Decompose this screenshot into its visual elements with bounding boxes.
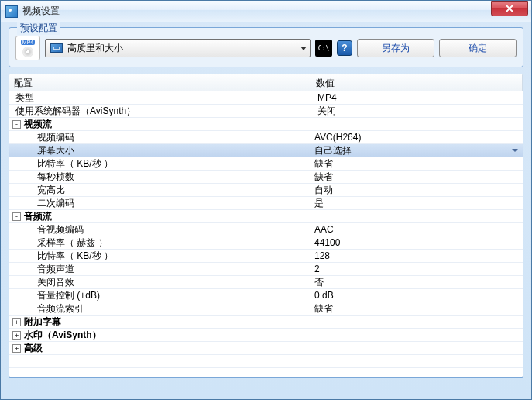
property-label: 宽高比	[37, 184, 65, 197]
expand-icon[interactable]: +	[12, 331, 21, 340]
table-row[interactable]: 视频编码AVC(H264)	[9, 131, 523, 144]
cmd-button[interactable]: C:\	[315, 40, 332, 57]
property-label: 音频声道	[37, 263, 74, 276]
property-value[interactable]: AAC	[311, 224, 523, 235]
table-row[interactable]: +高级	[9, 342, 523, 355]
chevron-down-icon	[300, 47, 307, 50]
table-row[interactable]: 音视频编码AAC	[9, 223, 523, 236]
save-as-button[interactable]: 另存为	[357, 39, 434, 57]
preset-legend: 预设配置	[17, 22, 60, 35]
close-icon	[506, 5, 513, 12]
help-button[interactable]: ?	[337, 40, 352, 56]
property-label: 类型	[15, 91, 34, 105]
grid-body: 类型MP4使用系统解码器（AviSynth）关闭-视频流视频编码AVC(H264…	[9, 91, 523, 368]
property-label: 音量控制 (+dB)	[37, 289, 100, 302]
property-label: 比特率（ KB/秒 ）	[37, 157, 113, 171]
table-row[interactable]: 使用系统解码器（AviSynth）关闭	[9, 105, 523, 118]
close-button[interactable]	[491, 1, 528, 16]
property-label: 二次编码	[37, 197, 74, 210]
grid-header: 配置 数值	[9, 74, 523, 91]
ok-button[interactable]: 确定	[439, 39, 517, 57]
property-label: 关闭音效	[37, 276, 74, 289]
property-label: 采样率（ 赫兹 ）	[37, 236, 108, 250]
window-title: 视频设置	[22, 5, 60, 18]
table-row[interactable]: +附加字幕	[9, 316, 523, 329]
property-grid: 配置 数值 类型MP4使用系统解码器（AviSynth）关闭-视频流视频编码AV…	[9, 74, 523, 378]
table-row[interactable]: -视频流	[9, 118, 523, 131]
titlebar: 视频设置	[1, 1, 531, 22]
property-value[interactable]: 2	[311, 264, 523, 274]
expand-icon[interactable]: +	[12, 318, 21, 326]
preset-fieldset: 预设配置 MP4 高质里和大小 C:\ ? 另存为 确定	[9, 27, 523, 67]
property-value[interactable]: 自己选择	[311, 144, 523, 157]
table-row[interactable]: 关闭音效否	[9, 276, 523, 289]
table-row[interactable]: 采样率（ 赫兹 ）44100	[9, 236, 523, 250]
property-value[interactable]: 缺省	[311, 171, 523, 184]
table-row[interactable]: 比特率（ KB/秒 ）缺省	[9, 157, 523, 171]
table-row[interactable]: 屏幕大小自己选择	[9, 144, 523, 157]
table-row[interactable]: 音量控制 (+dB)0 dB	[9, 289, 523, 302]
property-value[interactable]: 0 dB	[311, 290, 523, 301]
table-row[interactable]: 音频声道2	[9, 263, 523, 276]
chevron-down-icon[interactable]	[512, 149, 518, 152]
group-label: 高级	[24, 342, 43, 355]
expand-icon[interactable]: +	[12, 344, 21, 353]
header-config[interactable]: 配置	[9, 74, 311, 91]
table-row[interactable]: 宽高比自动	[9, 184, 523, 197]
table-row[interactable]: -音频流	[9, 210, 523, 223]
mp4-tag: MP4	[21, 40, 35, 45]
video-icon	[50, 43, 63, 53]
property-value[interactable]: 否	[311, 276, 523, 289]
table-row[interactable]: 音频流索引缺省	[9, 302, 523, 316]
property-value[interactable]: 44100	[311, 237, 523, 248]
property-value[interactable]: 缺省	[311, 302, 523, 316]
table-row[interactable]: 比特率（ KB/秒 ）128	[9, 250, 523, 263]
table-row[interactable]: +水印（AviSynth）	[9, 329, 523, 342]
table-row[interactable]: 二次编码是	[9, 197, 523, 210]
window: 视频设置 预设配置 MP4 高质里和大小 C:\ ? 另存为 确定	[0, 0, 532, 400]
property-label: 屏幕大小	[37, 144, 74, 157]
table-row	[9, 355, 523, 368]
disc-icon	[22, 47, 33, 57]
group-label: 水印（AviSynth）	[24, 329, 101, 342]
property-label: 比特率（ KB/秒 ）	[37, 250, 113, 263]
property-value[interactable]: 缺省	[311, 157, 523, 171]
preset-combo-text: 高质里和大小	[67, 42, 300, 55]
app-icon	[5, 5, 18, 18]
collapse-icon[interactable]: -	[12, 120, 21, 129]
property-value[interactable]: 自动	[311, 184, 523, 197]
property-label: 视频编码	[37, 131, 74, 144]
collapse-icon[interactable]: -	[12, 212, 21, 221]
property-value[interactable]: 关闭	[314, 105, 523, 118]
preset-row: MP4 高质里和大小 C:\ ? 另存为 确定	[15, 36, 517, 60]
property-value[interactable]: 128	[311, 250, 523, 261]
preset-combo[interactable]: 高质里和大小	[45, 39, 311, 57]
property-value[interactable]: AVC(H264)	[311, 132, 523, 143]
property-label: 音频流索引	[37, 302, 84, 316]
property-label: 每秒桢数	[37, 171, 74, 184]
preset-format-icon: MP4	[15, 36, 40, 60]
property-label: 使用系统解码器（AviSynth）	[15, 105, 136, 118]
property-value[interactable]: MP4	[314, 92, 523, 103]
property-value[interactable]: 是	[311, 197, 523, 210]
group-label: 视频流	[24, 118, 52, 131]
header-value[interactable]: 数值	[311, 74, 523, 91]
property-label: 音视频编码	[37, 223, 84, 236]
group-label: 音频流	[24, 210, 52, 223]
table-row[interactable]: 每秒桢数缺省	[9, 171, 523, 184]
group-label: 附加字幕	[24, 316, 61, 329]
table-row[interactable]: 类型MP4	[9, 91, 523, 105]
